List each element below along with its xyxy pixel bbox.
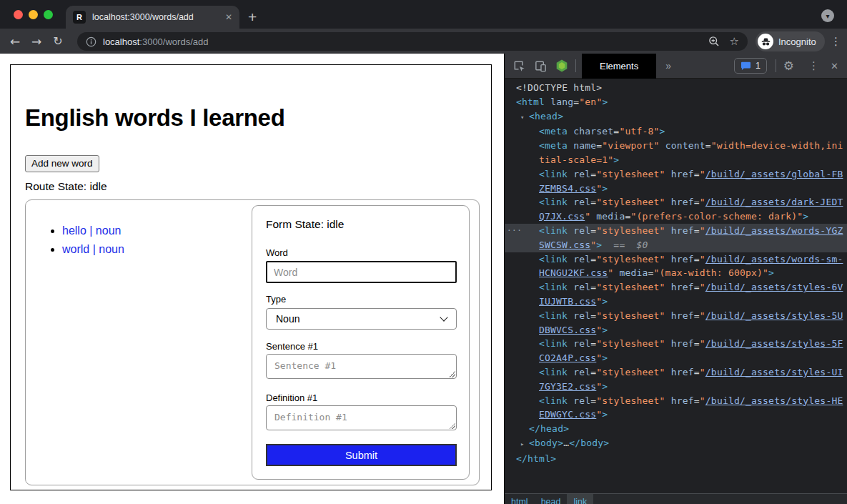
definition-textarea[interactable] [266,405,457,430]
more-panels-button[interactable]: » [665,60,671,71]
new-tab-button[interactable]: + [248,7,257,27]
breadcrumb-head[interactable]: head [535,494,568,504]
tree-expand-arrow-icon[interactable]: ▾ [520,111,529,125]
bookmark-star-icon[interactable]: ☆ [730,35,739,48]
code-line[interactable]: <!DOCTYPE html> [505,81,847,95]
code-token: rel [573,169,590,179]
word-link-world[interactable]: world | noun [62,243,124,255]
browser-tab[interactable]: R localhost:3000/words/add ✕ [66,6,239,29]
code-line[interactable]: DBWVCS.css"> [505,323,847,337]
code-line[interactable]: <html lang="en"> [505,95,847,109]
code-line[interactable]: <link rel="stylesheet" href="/build/_ass… [505,252,847,267]
code-token [660,140,665,151]
code-token [665,197,671,207]
browser-toolbar: ← → ↻ localhost:3000/words/add ☆ Incogni… [0,29,847,54]
code-line[interactable]: </html> [505,452,847,466]
code-line[interactable]: <link rel="stylesheet" href="/build/_ass… [505,309,847,323]
code-token: " [700,225,705,236]
code-token [665,338,671,349]
code-token: /build/_assets/styles-5U [705,310,843,321]
inspect-element-icon[interactable] [508,56,530,75]
route-state-text: Route State: idle [25,180,479,193]
code-line[interactable]: <link rel="stylesheet" href="/build/_ass… [505,394,847,408]
code-line[interactable]: <link rel="stylesheet" href="/build/_ass… [505,280,847,295]
window-close-button[interactable] [14,10,23,19]
sentence-textarea[interactable] [266,354,457,379]
submit-button[interactable]: Submit [266,444,457,466]
code-token [568,367,573,377]
code-line[interactable]: IUJWTB.css"> [505,295,847,309]
tab-elements[interactable]: Elements [582,54,656,79]
type-select[interactable]: Noun [266,308,457,330]
code-token: "(max-width: 600px)" [654,267,769,278]
code-token [665,310,671,321]
code-line[interactable]: ···<link rel="stylesheet" href="/build/_… [505,224,847,238]
code-token: <link [539,254,568,265]
code-token: href [671,254,694,265]
code-token: 7GY3E2.css [539,381,596,392]
code-line[interactable]: <link rel="stylesheet" href="/build/_ass… [505,167,847,182]
code-token: > [803,211,808,222]
code-line[interactable]: <meta name="viewport" content="width=dev… [505,139,847,153]
browser-menu-button[interactable]: ⋮ [831,35,841,48]
window-zoom-button[interactable] [44,10,53,19]
code-token: > [602,381,608,392]
code-line[interactable]: SWCSW.css"> == $0 [505,238,847,252]
devtools-menu-icon[interactable]: ⋮ [808,59,819,72]
tab-search-button[interactable]: ▾ [821,9,834,22]
device-toolbar-icon[interactable] [530,56,551,75]
code-token: /build/_assets/dark-JEDT [705,197,843,207]
code-token [568,282,573,292]
code-token [568,140,573,151]
code-line[interactable]: <link rel="stylesheet" href="/build/_ass… [505,337,847,351]
code-line[interactable]: ▾<head> [505,109,847,125]
forward-button[interactable]: → [26,34,47,49]
tree-expand-arrow-icon[interactable]: ▸ [520,438,529,452]
browser-window: R localhost:3000/words/add ✕ + ▾ ← → ↻ l… [0,0,847,504]
code-line[interactable]: HCNGU2KF.css" media="(max-width: 600px)"… [505,266,847,280]
settings-gear-icon[interactable]: ⚙ [783,59,794,73]
code-line[interactable]: EDWGYC.css"> [505,407,847,422]
add-word-form: Form State: idle Word Type Noun Sentence… [252,205,470,480]
back-button[interactable]: ← [4,34,26,49]
code-line[interactable]: CO2A4P.css"> [505,351,847,365]
code-token: = [705,140,711,151]
breadcrumb-html[interactable]: html [505,494,535,504]
code-token: HCNGU2KF.css [539,267,608,278]
page-main-box: English words I learned Add new word Rou… [10,64,492,490]
code-token: "stylesheet" [596,254,665,265]
word-input[interactable] [266,261,457,283]
code-token: " [700,310,705,321]
code-line[interactable]: <link rel="stylesheet" href="/build/_ass… [505,365,847,380]
address-bar[interactable]: localhost:3000/words/add ☆ [77,32,748,51]
reload-button[interactable]: ↻ [47,34,69,48]
url-text[interactable]: localhost:3000/words/add [103,36,698,47]
code-token: = [694,282,700,292]
code-token: IUJWTB.css [539,296,596,307]
code-line[interactable]: <meta charset="utf-8"> [505,124,847,139]
resize-grip-icon[interactable] [449,423,455,429]
code-line[interactable]: <link rel="stylesheet" href="/build/_ass… [505,195,847,209]
devtools-close-icon[interactable]: ✕ [831,61,838,71]
extension-hexagon-icon[interactable] [551,56,573,75]
zoom-level-icon[interactable] [708,36,720,47]
window-minimize-button[interactable] [29,10,38,19]
word-link-hello[interactable]: hello | noun [62,224,121,237]
tab-close-icon[interactable]: ✕ [225,12,232,22]
code-token: " [700,367,705,377]
site-info-icon[interactable] [86,36,96,47]
issues-badge[interactable]: 1 [734,58,767,74]
code-token: "viewport" [602,140,659,151]
breadcrumb-link[interactable]: link [567,494,593,504]
code-line[interactable]: </head> [505,422,847,436]
resize-grip-icon[interactable] [449,371,455,377]
code-line[interactable]: ZEMBS4.css"> [505,182,847,196]
add-new-word-button[interactable]: Add new word [25,155,99,172]
code-token [665,395,671,406]
code-line[interactable]: Q7JX.css" media="(prefers-color-scheme: … [505,209,847,224]
code-line[interactable]: 7GY3E2.css"> [505,380,847,394]
code-token: charset [573,126,613,137]
code-line[interactable]: tial-scale=1"> [505,153,847,167]
code-line[interactable]: ▸<body>…</body> [505,436,847,452]
type-select-value: Noun [276,313,441,325]
